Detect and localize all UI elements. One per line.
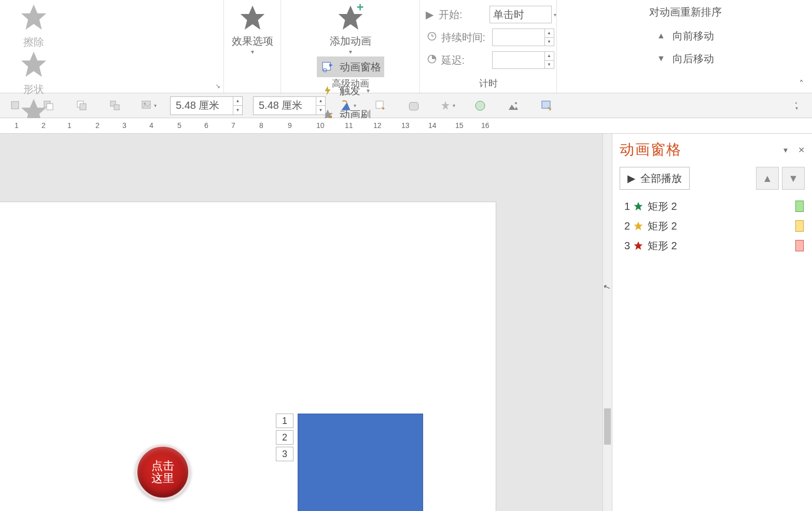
spin-down-icon[interactable]: ▼ (233, 106, 242, 115)
shape-width-input[interactable]: 5.48 厘米 ▲▼ (253, 96, 326, 115)
animation-item-name: 矩形 2 (648, 239, 795, 253)
reorder-up-button[interactable]: ▲ (756, 167, 779, 190)
spin-up-icon[interactable]: ▲ (545, 52, 554, 61)
animation-pane: 动画窗格 ▾ ✕ ▶ 全部播放 ▲ ▼ 1矩形 22矩形 23矩形 2 (612, 134, 812, 511)
ruler-mark: 6 (204, 121, 208, 130)
svg-rect-22 (114, 105, 119, 110)
advanced-animation-group: + 添加动画 ▾ 动画窗格 触发 ▾ (281, 0, 420, 93)
svg-rect-28 (409, 102, 418, 110)
qat-circle-button[interactable] (469, 96, 492, 115)
animation-item-index: 2 (621, 220, 630, 232)
animation-duration-bar (795, 220, 804, 232)
ribbon: 擦除 形状 轮子 ▴ ▾ ▾ ↘ 效果选项 ▾ + 添加动画 ▾ (0, 0, 812, 93)
ruler-mark: 2 (41, 121, 46, 130)
triangle-down-icon: ▼ (657, 54, 667, 63)
animation-item-shape[interactable]: 形状 (0, 49, 67, 96)
collapse-ribbon-button[interactable]: ˄ (799, 78, 804, 90)
start-combo[interactable]: 单击时 (489, 6, 552, 23)
animation-list-item[interactable]: 1矩形 2 (620, 197, 805, 216)
chevron-down-icon: ▾ (354, 103, 356, 108)
add-animation-button[interactable]: + 添加动画 ▾ (321, 3, 380, 55)
spin-down-icon[interactable]: ▼ (316, 106, 325, 115)
move-later-label: 向后移动 (673, 52, 714, 66)
spin-down-icon[interactable]: ▼ (545, 38, 554, 46)
svg-marker-1 (21, 52, 46, 77)
spin-up-icon[interactable]: ▲ (545, 29, 554, 38)
triangle-up-icon: ▲ (657, 31, 667, 40)
dialog-launcher-icon[interactable]: ↘ (215, 82, 220, 90)
star-icon (238, 3, 267, 32)
qat-button-5[interactable]: ▾ (137, 96, 160, 115)
group-label-advanced: 高级动画 (332, 77, 369, 90)
svg-marker-25 (341, 102, 350, 110)
start-label: 开始: (439, 8, 486, 22)
animation-order-tag[interactable]: 1 (276, 414, 293, 428)
shape-height-input[interactable]: 5.48 厘米 ▲▼ (170, 96, 243, 115)
qat-shape-button[interactable] (402, 96, 425, 115)
qat-rotate-button[interactable]: ▾ (336, 96, 359, 115)
effect-options[interactable]: 效果选项 ▾ (224, 0, 281, 93)
qat-button-4[interactable] (104, 96, 127, 115)
red-circle-button-shape[interactable]: 点击 这里 (135, 445, 190, 500)
svg-point-24 (144, 103, 146, 105)
ruler-mark: 7 (231, 121, 235, 130)
ruler-mark: 13 (401, 121, 410, 130)
duration-label: 持续时间: (441, 31, 489, 45)
pane-close-button[interactable]: ✕ (798, 145, 805, 155)
qat-customize-button[interactable]: ▪▾ (785, 96, 808, 115)
animation-order-tag[interactable]: 2 (276, 430, 293, 445)
move-earlier-button[interactable]: ▲ 向前移动 (657, 24, 714, 47)
svg-marker-35 (634, 202, 643, 211)
qat-picture-button[interactable] (502, 96, 525, 115)
timing-group: ▶ 开始: 单击时 ▾ 持续时间: ▲▼ 延迟: ▲▼ (420, 0, 557, 93)
ruler-mark: 16 (481, 121, 489, 130)
vertical-scrollbar[interactable] (603, 134, 612, 511)
spin-up-icon[interactable]: ▲ (316, 97, 325, 106)
pane-menu-button[interactable]: ▾ (783, 145, 788, 155)
reorder-header: 对动画重新排序 (649, 5, 722, 19)
svg-marker-31 (509, 105, 518, 110)
qat-button-2[interactable] (37, 96, 60, 115)
duration-input[interactable]: ▲▼ (492, 29, 554, 46)
star-icon (632, 220, 645, 232)
qat-button-3[interactable] (71, 96, 93, 115)
ruler-mark: 3 (122, 121, 127, 130)
animation-list-item[interactable]: 3矩形 2 (620, 236, 805, 255)
chevron-down-icon[interactable]: ▾ (554, 12, 556, 18)
svg-marker-3 (240, 6, 264, 30)
move-later-button[interactable]: ▼ 向后移动 (657, 47, 714, 70)
qat-button-1[interactable] (4, 96, 27, 115)
slide-canvas-area[interactable]: 点击 这里 1 2 3 (0, 134, 603, 511)
animation-item-index: 1 (621, 201, 630, 212)
spin-down-icon[interactable]: ▼ (545, 61, 554, 69)
horizontal-ruler: 1212345678910111213141516 (0, 118, 812, 134)
animation-item-name: 矩形 2 (648, 200, 795, 214)
qat-effect-button[interactable]: ▾ (436, 96, 458, 115)
reorder-down-button[interactable]: ▼ (782, 167, 805, 190)
group-label-timing: 计时 (479, 77, 498, 90)
ruler-mark: 15 (455, 121, 464, 130)
blue-rectangle-shape[interactable] (298, 414, 423, 511)
animation-list-item[interactable]: 2矩形 2 (620, 217, 805, 235)
play-all-button[interactable]: ▶ 全部播放 (620, 167, 690, 190)
animation-pane-button-label: 动画窗格 (340, 60, 381, 74)
svg-marker-36 (634, 222, 643, 231)
animation-item-index: 3 (621, 240, 630, 252)
star-plus-icon: + (336, 3, 365, 32)
scrollbar-thumb[interactable] (604, 408, 611, 445)
svg-rect-33 (542, 101, 550, 108)
chevron-down-icon: ▾ (349, 48, 352, 55)
animation-order-tag[interactable]: 3 (276, 447, 293, 461)
qat-select-button[interactable] (369, 96, 392, 115)
animation-item-label: 形状 (23, 82, 44, 96)
delay-input[interactable]: ▲▼ (492, 51, 554, 69)
animation-gallery: 擦除 形状 轮子 ▴ ▾ ▾ ↘ (0, 0, 224, 93)
reorder-group: 对动画重新排序 ▲ 向前移动 ▼ 向后移动 ˄ (557, 0, 812, 93)
play-icon: ▶ (627, 172, 635, 184)
ruler-mark: 10 (316, 121, 325, 130)
qat-image-reset-button[interactable] (535, 96, 558, 115)
animation-pane-button[interactable]: 动画窗格 (317, 56, 384, 77)
red-button-text-line2: 这里 (151, 472, 174, 485)
spin-up-icon[interactable]: ▲ (233, 97, 242, 106)
animation-item-wipe[interactable]: 擦除 (0, 2, 67, 49)
